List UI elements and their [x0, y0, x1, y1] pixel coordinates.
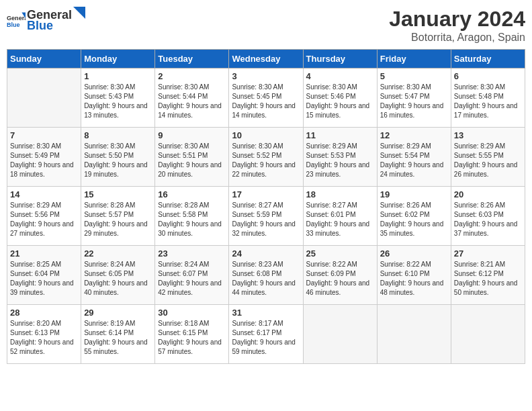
day-info: Sunrise: 8:30 AMSunset: 5:52 PMDaylight:…: [232, 142, 300, 179]
day-number: 10: [232, 130, 300, 140]
calendar-cell: 27Sunrise: 8:21 AMSunset: 6:12 PMDayligh…: [451, 246, 525, 305]
calendar-cell: 25Sunrise: 8:22 AMSunset: 6:09 PMDayligh…: [303, 246, 377, 305]
day-info: Sunrise: 8:23 AMSunset: 6:08 PMDaylight:…: [232, 260, 300, 298]
calendar-cell: 8Sunrise: 8:30 AMSunset: 5:50 PMDaylight…: [81, 128, 155, 187]
day-info: Sunrise: 8:30 AMSunset: 5:47 PMDaylight:…: [380, 83, 448, 120]
calendar-cell: [451, 305, 525, 364]
calendar-week-row: 14Sunrise: 8:29 AMSunset: 5:56 PMDayligh…: [7, 187, 525, 246]
title-block: January 2024 Botorrita, Aragon, Spain: [389, 7, 525, 44]
day-info: Sunrise: 8:24 AMSunset: 6:07 PMDaylight:…: [158, 260, 226, 298]
calendar-cell: 6Sunrise: 8:30 AMSunset: 5:48 PMDaylight…: [451, 68, 525, 128]
day-number: 29: [84, 308, 152, 318]
day-info: Sunrise: 8:18 AMSunset: 6:15 PMDaylight:…: [158, 319, 226, 357]
day-number: 12: [380, 130, 448, 140]
day-info: Sunrise: 8:29 AMSunset: 5:55 PMDaylight:…: [454, 142, 522, 179]
day-info: Sunrise: 8:25 AMSunset: 6:04 PMDaylight:…: [10, 260, 78, 298]
day-info: Sunrise: 8:30 AMSunset: 5:48 PMDaylight:…: [454, 83, 522, 120]
header-friday: Friday: [377, 50, 451, 68]
calendar-table: SundayMondayTuesdayWednesdayThursdayFrid…: [7, 49, 525, 364]
calendar-cell: 28Sunrise: 8:20 AMSunset: 6:13 PMDayligh…: [7, 305, 81, 364]
day-number: 20: [454, 189, 522, 199]
header-thursday: Thursday: [303, 50, 377, 68]
calendar-cell: 29Sunrise: 8:19 AMSunset: 6:14 PMDayligh…: [81, 305, 155, 364]
day-number: 9: [158, 130, 226, 140]
day-info: Sunrise: 8:30 AMSunset: 5:49 PMDaylight:…: [10, 142, 78, 179]
calendar-cell: 10Sunrise: 8:30 AMSunset: 5:52 PMDayligh…: [229, 128, 303, 187]
day-number: 18: [306, 189, 374, 199]
day-number: 28: [10, 308, 78, 318]
calendar-cell: 2Sunrise: 8:30 AMSunset: 5:44 PMDaylight…: [155, 68, 229, 128]
svg-text:Blue: Blue: [7, 21, 20, 28]
day-info: Sunrise: 8:22 AMSunset: 6:09 PMDaylight:…: [306, 260, 374, 298]
calendar-cell: 18Sunrise: 8:27 AMSunset: 6:01 PMDayligh…: [303, 187, 377, 246]
day-info: Sunrise: 8:29 AMSunset: 5:56 PMDaylight:…: [10, 201, 78, 238]
day-number: 25: [306, 248, 374, 259]
day-number: 4: [306, 71, 374, 81]
day-info: Sunrise: 8:27 AMSunset: 6:01 PMDaylight:…: [306, 201, 374, 238]
calendar-week-row: 21Sunrise: 8:25 AMSunset: 6:04 PMDayligh…: [7, 246, 525, 305]
calendar-cell: 21Sunrise: 8:25 AMSunset: 6:04 PMDayligh…: [7, 246, 81, 305]
calendar-cell: 14Sunrise: 8:29 AMSunset: 5:56 PMDayligh…: [7, 187, 81, 246]
day-info: Sunrise: 8:28 AMSunset: 5:58 PMDaylight:…: [158, 201, 226, 238]
day-info: Sunrise: 8:22 AMSunset: 6:10 PMDaylight:…: [380, 260, 448, 298]
logo: General Blue General Blue: [7, 7, 85, 33]
day-number: 5: [380, 71, 448, 81]
day-info: Sunrise: 8:30 AMSunset: 5:51 PMDaylight:…: [158, 142, 226, 179]
svg-marker-3: [73, 7, 85, 19]
calendar-cell: 16Sunrise: 8:28 AMSunset: 5:58 PMDayligh…: [155, 187, 229, 246]
calendar-cell: 26Sunrise: 8:22 AMSunset: 6:10 PMDayligh…: [377, 246, 451, 305]
calendar-cell: 7Sunrise: 8:30 AMSunset: 5:49 PMDaylight…: [7, 128, 81, 187]
day-number: 1: [84, 71, 152, 81]
calendar-cell: 17Sunrise: 8:27 AMSunset: 5:59 PMDayligh…: [229, 187, 303, 246]
day-info: Sunrise: 8:19 AMSunset: 6:14 PMDaylight:…: [84, 319, 152, 357]
calendar-cell: 19Sunrise: 8:26 AMSunset: 6:02 PMDayligh…: [377, 187, 451, 246]
day-number: 14: [10, 189, 78, 199]
day-number: 17: [232, 189, 300, 199]
day-number: 27: [454, 248, 522, 259]
calendar-location: Botorrita, Aragon, Spain: [389, 32, 525, 44]
day-info: Sunrise: 8:30 AMSunset: 5:43 PMDaylight:…: [84, 83, 152, 120]
day-number: 15: [84, 189, 152, 199]
day-number: 8: [84, 130, 152, 140]
day-info: Sunrise: 8:29 AMSunset: 5:53 PMDaylight:…: [306, 142, 374, 179]
day-number: 24: [232, 248, 300, 259]
day-info: Sunrise: 8:21 AMSunset: 6:12 PMDaylight:…: [454, 260, 522, 298]
day-number: 2: [158, 71, 226, 81]
header-sunday: Sunday: [7, 50, 81, 68]
day-info: Sunrise: 8:30 AMSunset: 5:50 PMDaylight:…: [84, 142, 152, 179]
calendar-cell: 9Sunrise: 8:30 AMSunset: 5:51 PMDaylight…: [155, 128, 229, 187]
calendar-week-row: 1Sunrise: 8:30 AMSunset: 5:43 PMDaylight…: [7, 68, 525, 128]
day-info: Sunrise: 8:30 AMSunset: 5:46 PMDaylight:…: [306, 83, 374, 120]
calendar-cell: 11Sunrise: 8:29 AMSunset: 5:53 PMDayligh…: [303, 128, 377, 187]
day-info: Sunrise: 8:30 AMSunset: 5:45 PMDaylight:…: [232, 83, 300, 120]
day-number: 30: [158, 308, 226, 318]
day-number: 21: [10, 248, 78, 259]
calendar-cell: [303, 305, 377, 364]
day-info: Sunrise: 8:29 AMSunset: 5:54 PMDaylight:…: [380, 142, 448, 179]
day-info: Sunrise: 8:17 AMSunset: 6:17 PMDaylight:…: [232, 319, 300, 357]
calendar-title: January 2024: [389, 7, 525, 32]
day-number: 22: [84, 248, 152, 259]
day-info: Sunrise: 8:26 AMSunset: 6:03 PMDaylight:…: [454, 201, 522, 238]
calendar-cell: 12Sunrise: 8:29 AMSunset: 5:54 PMDayligh…: [377, 128, 451, 187]
calendar-cell: 15Sunrise: 8:28 AMSunset: 5:57 PMDayligh…: [81, 187, 155, 246]
calendar-cell: 3Sunrise: 8:30 AMSunset: 5:45 PMDaylight…: [229, 68, 303, 128]
header-wednesday: Wednesday: [229, 50, 303, 68]
calendar-week-row: 28Sunrise: 8:20 AMSunset: 6:13 PMDayligh…: [7, 305, 525, 364]
header-tuesday: Tuesday: [155, 50, 229, 68]
day-number: 26: [380, 248, 448, 259]
day-info: Sunrise: 8:20 AMSunset: 6:13 PMDaylight:…: [10, 319, 78, 357]
day-number: 13: [454, 130, 522, 140]
day-number: 6: [454, 71, 522, 81]
header-monday: Monday: [81, 50, 155, 68]
day-number: 31: [232, 308, 300, 318]
day-number: 19: [380, 189, 448, 199]
calendar-header-row: SundayMondayTuesdayWednesdayThursdayFrid…: [7, 50, 525, 68]
logo-icon: General Blue: [7, 10, 26, 29]
calendar-cell: 5Sunrise: 8:30 AMSunset: 5:47 PMDaylight…: [377, 68, 451, 128]
day-number: 11: [306, 130, 374, 140]
day-info: Sunrise: 8:28 AMSunset: 5:57 PMDaylight:…: [84, 201, 152, 238]
logo-arrow-icon: [73, 7, 85, 19]
page-header: General Blue General Blue January 2024 B…: [7, 7, 525, 44]
calendar-cell: 1Sunrise: 8:30 AMSunset: 5:43 PMDaylight…: [81, 68, 155, 128]
